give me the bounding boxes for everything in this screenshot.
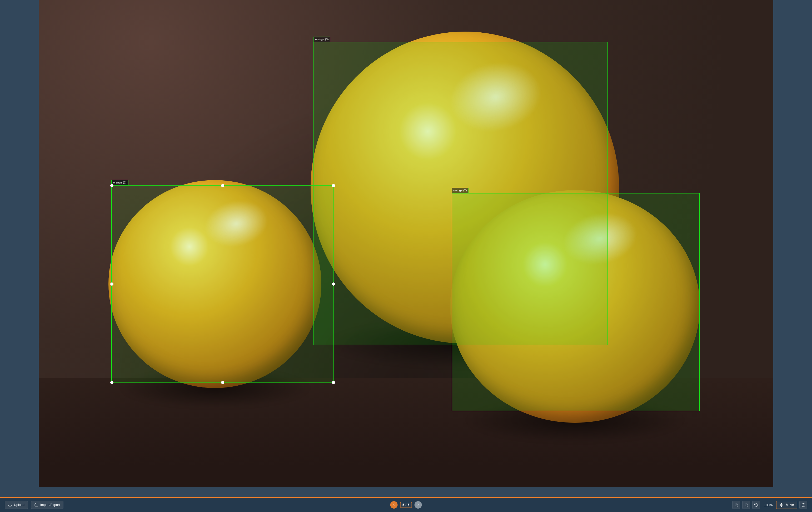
zoom-in-icon xyxy=(734,503,738,507)
help-button[interactable] xyxy=(800,501,807,509)
bottom-toolbar: Upload Import/Export 5 / 5 xyxy=(0,497,812,512)
right-tools: 100% Move xyxy=(732,501,807,509)
app-root: orange (3) orange (2) orange (1) xyxy=(0,0,812,512)
bounding-box-orange-2[interactable]: orange (2) xyxy=(452,193,700,411)
bounding-box-orange-1[interactable]: orange (1) xyxy=(111,185,334,383)
move-icon xyxy=(780,503,784,507)
upload-icon xyxy=(8,503,12,507)
folder-icon xyxy=(34,503,38,507)
resize-handle-top-center[interactable] xyxy=(221,184,224,187)
page-navigator: 5 / 5 xyxy=(390,501,422,509)
resize-handle-top-left[interactable] xyxy=(110,184,113,187)
resize-handle-mid-left[interactable] xyxy=(110,282,113,286)
zoom-level-readout: 100% xyxy=(762,503,774,507)
chevron-right-icon xyxy=(416,503,420,507)
bounding-box-label: orange (2) xyxy=(452,188,469,193)
resize-handle-bottom-left[interactable] xyxy=(110,381,113,384)
help-icon xyxy=(802,503,805,507)
move-tool-label: Move xyxy=(786,503,794,507)
prev-image-button[interactable] xyxy=(390,501,398,509)
zoom-out-button[interactable] xyxy=(742,501,750,509)
page-counter[interactable]: 5 / 5 xyxy=(400,502,412,508)
import-export-button-label: Import/Export xyxy=(40,503,60,507)
next-image-button[interactable] xyxy=(414,501,422,509)
zoom-in-button[interactable] xyxy=(732,501,740,509)
resize-handle-top-right[interactable] xyxy=(332,184,335,187)
zoom-out-icon xyxy=(744,503,748,507)
upload-button[interactable]: Upload xyxy=(5,501,28,509)
resize-handle-bottom-right[interactable] xyxy=(332,381,335,384)
move-tool-button[interactable]: Move xyxy=(776,501,797,509)
upload-button-label: Upload xyxy=(14,503,25,507)
refresh-icon xyxy=(754,503,758,507)
bounding-box-label: orange (1) xyxy=(111,180,128,185)
reset-zoom-button[interactable] xyxy=(752,501,760,509)
resize-handle-bottom-center[interactable] xyxy=(221,381,224,384)
svg-line-2 xyxy=(737,506,738,507)
image-stage[interactable]: orange (3) orange (2) orange (1) xyxy=(39,0,774,487)
chevron-left-icon xyxy=(392,503,396,507)
bounding-box-label: orange (3) xyxy=(314,36,330,42)
canvas-area[interactable]: orange (3) orange (2) orange (1) xyxy=(0,0,812,497)
import-export-button[interactable]: Import/Export xyxy=(31,501,63,509)
svg-line-6 xyxy=(747,506,748,507)
resize-handle-mid-right[interactable] xyxy=(332,282,335,286)
